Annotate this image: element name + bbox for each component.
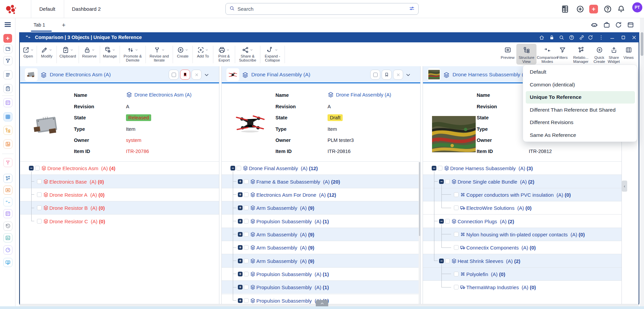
expand-minus-button[interactable]: − bbox=[29, 166, 34, 170]
tree-row[interactable]: +Propulsion Subassembly (A) (1) bbox=[222, 214, 420, 227]
export-table-icon[interactable] bbox=[561, 5, 569, 15]
tree-row[interactable]: Copper conductors with PVC insulation (A… bbox=[423, 188, 621, 201]
row-checkbox[interactable] bbox=[244, 205, 249, 210]
row-checkbox[interactable] bbox=[445, 219, 450, 224]
titlebar-maximize-icon[interactable] bbox=[620, 35, 626, 42]
row-checkbox[interactable] bbox=[37, 219, 42, 224]
expand-plus-button[interactable]: + bbox=[238, 179, 243, 184]
tree-row-label[interactable]: Nylon housing with tin-plated copper con… bbox=[466, 231, 585, 237]
tree-row[interactable]: +Propulsion Subassembly (A) (1) bbox=[222, 267, 420, 280]
sidebar-filter-icon[interactable] bbox=[3, 56, 12, 65]
horizontal-scrollbar[interactable] bbox=[20, 304, 639, 306]
row-checkbox[interactable] bbox=[445, 179, 450, 184]
row-checkbox[interactable] bbox=[244, 245, 249, 250]
tree-row[interactable]: ThermaWrap Industries (A) (0) bbox=[423, 280, 621, 294]
row-checkbox[interactable] bbox=[244, 272, 249, 276]
sidebar-layout-icon[interactable] bbox=[3, 140, 12, 149]
tree-row-label[interactable]: Drone Final Assembly (A) (12) bbox=[249, 165, 318, 171]
refresh-icon[interactable] bbox=[615, 21, 622, 30]
expand-plus-button[interactable]: + bbox=[238, 205, 243, 210]
row-checkbox[interactable] bbox=[37, 205, 42, 210]
tree-row-label[interactable]: Connection Plugs (A) (2) bbox=[458, 218, 514, 224]
toolbar-reserve-button[interactable]: Reserve bbox=[79, 42, 100, 66]
notifications-icon[interactable] bbox=[617, 5, 626, 15]
expand-minus-button[interactable]: − bbox=[432, 166, 436, 170]
tree-row-label[interactable]: Polyolefin (A) (0) bbox=[466, 271, 505, 277]
sidebar-grid-icon[interactable] bbox=[3, 112, 12, 121]
tree-row-label[interactable]: Drone Single cable Bundle (A) (2) bbox=[458, 179, 534, 184]
sidebar-form2-icon[interactable] bbox=[3, 209, 12, 218]
sidebar-gauge-icon[interactable] bbox=[3, 245, 12, 255]
tree-row[interactable]: −Drone Harness Subassembly (A) (3) bbox=[423, 161, 621, 175]
expand-plus-button[interactable]: + bbox=[238, 245, 243, 250]
page-scrollbar[interactable] bbox=[640, 18, 644, 309]
tree-row-label[interactable]: Drone Resistor B (A) (0) bbox=[49, 205, 105, 211]
tree-row-label[interactable]: Arm Subassembly (A) (9) bbox=[256, 231, 314, 237]
assistant-icon[interactable] bbox=[591, 21, 598, 30]
expand-plus-button[interactable]: + bbox=[238, 272, 243, 276]
page-scrollbar-thumb[interactable] bbox=[641, 32, 643, 56]
row-checkbox[interactable] bbox=[454, 205, 459, 210]
advanced-search-icon[interactable] bbox=[409, 5, 415, 13]
menu-item-same-as-reference[interactable]: Same As Reference bbox=[530, 132, 576, 138]
toolbar-views-button[interactable]: Views bbox=[613, 42, 644, 66]
toolbar-modify-button[interactable]: Modify bbox=[37, 42, 56, 66]
expand-plus-button[interactable]: + bbox=[238, 259, 243, 263]
menu-item-different-than-reference-but-shared[interactable]: Different Than Reference But Shared bbox=[530, 107, 615, 113]
tree-row[interactable]: +Arm Subassembly (A) (9) bbox=[222, 241, 420, 254]
toolbar-open-button[interactable]: Open bbox=[20, 42, 37, 66]
sidebar-branch-icon[interactable] bbox=[3, 158, 12, 167]
menu-item-unique-to-reference[interactable]: Unique To Reference bbox=[530, 94, 582, 100]
tree-row[interactable]: ElectroWire Solutions (A) (0) bbox=[423, 201, 621, 214]
tree-row[interactable]: +Electronics Asm For Drone (A) (12) bbox=[222, 188, 420, 201]
tree-row[interactable]: +Arm Subassembly (A) (9) bbox=[222, 201, 420, 214]
titlebar-link-icon[interactable] bbox=[579, 35, 585, 42]
tree-row[interactable]: −Heat Shrink Sleeves (A) (2) bbox=[423, 254, 621, 267]
toolbar-print-export-button[interactable]: Print &Export bbox=[213, 42, 235, 66]
sidebar-window-icon[interactable] bbox=[3, 44, 12, 53]
tree-row-label[interactable]: Drone Resistor A (A) (0) bbox=[49, 192, 104, 197]
new-tab-button[interactable]: + bbox=[62, 22, 66, 29]
toolbar-expand-collapse-button[interactable]: Expand -Collapse bbox=[260, 42, 285, 66]
row-checkbox[interactable] bbox=[237, 166, 241, 170]
expand-minus-button[interactable]: − bbox=[439, 259, 444, 263]
tree-row-label[interactable]: Propulsion Subassembly (A) (1) bbox=[256, 271, 329, 277]
toolbar-add-to-button[interactable]: Add To bbox=[193, 42, 213, 66]
tree-row[interactable]: −Drone Single cable Bundle (A) (2) bbox=[423, 175, 621, 188]
titlebar-lock-icon[interactable] bbox=[549, 35, 555, 42]
tree-row[interactable]: Nylon housing with tin-plated copper con… bbox=[423, 228, 621, 241]
row-checkbox[interactable] bbox=[454, 285, 459, 289]
sidebar-new-icon[interactable]: + bbox=[3, 34, 12, 43]
tree-row-label[interactable]: Propulsion Subassembly (A) (1) bbox=[256, 218, 329, 224]
tree-scrollbar-thumb[interactable] bbox=[419, 162, 420, 236]
workspace-label[interactable]: Default bbox=[39, 6, 55, 12]
tree-row[interactable]: Drone Resistor A (A) (0) bbox=[20, 188, 219, 201]
expand-minus-button[interactable]: − bbox=[439, 219, 444, 224]
scroll-up-button[interactable] bbox=[316, 300, 328, 306]
sidebar-nodes-icon[interactable] bbox=[3, 174, 12, 183]
tree-row[interactable]: −Drone Electronics Asm (A) (4) bbox=[20, 161, 219, 175]
tree-row[interactable]: Polyolefin (A) (0) bbox=[423, 267, 621, 280]
panel-collapse-handle[interactable]: ‹ bbox=[622, 181, 627, 192]
toolbar-promote-demote-button[interactable]: Promote &Demote bbox=[120, 42, 145, 66]
expand-minus-button[interactable]: − bbox=[439, 179, 444, 184]
sidebar-list-icon[interactable] bbox=[3, 70, 12, 79]
expand-minus-button[interactable]: − bbox=[230, 166, 235, 170]
titlebar-kebab-icon[interactable] bbox=[598, 35, 604, 42]
row-checkbox[interactable] bbox=[454, 232, 459, 237]
sidebar-structure-icon[interactable] bbox=[3, 126, 12, 135]
tree-row[interactable]: +Frame & Base Subassembly (A) (20) bbox=[222, 175, 420, 188]
row-checkbox[interactable] bbox=[37, 192, 42, 197]
toolbar-share-subscribe-button[interactable]: Share &Subscribe bbox=[235, 42, 260, 66]
expand-plus-button[interactable]: + bbox=[238, 298, 243, 303]
tree-row[interactable]: Drone Resistor C (A) (0) bbox=[20, 214, 219, 227]
row-checkbox[interactable] bbox=[445, 259, 450, 263]
tree-row-label[interactable]: Connectix Components (A) (0) bbox=[466, 245, 536, 250]
tree-row[interactable]: Drone Resistor B (A) (0) bbox=[20, 201, 219, 214]
tree-row-label[interactable]: Copper conductors with PVC insulation (A… bbox=[466, 192, 571, 197]
tree-row[interactable]: −Drone Final Assembly (A) (12) bbox=[222, 161, 420, 175]
titlebar-minimize-icon[interactable] bbox=[609, 35, 615, 42]
titlebar-close-icon[interactable] bbox=[631, 35, 637, 42]
tree-row-label[interactable]: Arm Subassembly (A) (9) bbox=[256, 245, 314, 250]
sidebar-menu-icon[interactable] bbox=[4, 21, 12, 30]
